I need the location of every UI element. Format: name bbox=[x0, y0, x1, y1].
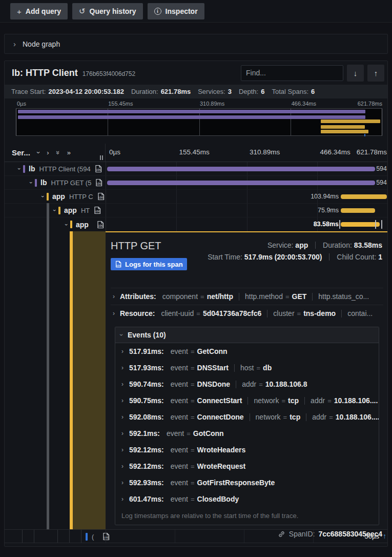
trace-minimap[interactable] bbox=[16, 108, 382, 136]
attributes-label: Attributes: bbox=[120, 292, 156, 301]
events-accordion-header[interactable]: › Events (10) bbox=[115, 327, 379, 343]
svg-text:LOG: LOG bbox=[97, 183, 102, 185]
service-column-label: Ser... bbox=[12, 148, 30, 157]
next-result-button[interactable]: ↓ bbox=[347, 65, 364, 82]
span-duration-label: 75.9ms bbox=[318, 207, 339, 214]
event-row[interactable]: › 592.12ms: event=WroteRequest bbox=[115, 458, 379, 474]
chevron-right-icon: › bbox=[121, 348, 123, 354]
svg-text:LOG: LOG bbox=[116, 264, 121, 267]
event-row[interactable]: › 592.93ms: event=GotFirstResponseByte bbox=[115, 474, 379, 491]
double-chevron-down-icon[interactable]: » bbox=[56, 149, 60, 156]
svg-text:LOG: LOG bbox=[98, 225, 103, 227]
operation-name: HTTP GET (5 bbox=[51, 179, 91, 187]
svg-text:LOG: LOG bbox=[98, 196, 104, 199]
stat-value: 621.78ms bbox=[161, 88, 191, 95]
stat-label: Total Spans: bbox=[272, 88, 308, 95]
span-duration-bar[interactable] bbox=[341, 194, 386, 199]
node-graph-label: Node graph bbox=[23, 40, 60, 48]
trace-stats-bar: Trace Start:2023-04-12 20:00:53.182 Dura… bbox=[5, 85, 387, 98]
chevron-down-icon[interactable]: › bbox=[37, 149, 39, 156]
span-duration-bar[interactable] bbox=[341, 222, 380, 227]
timeline-column-header: 0µs 155.45ms 310.89ms 466.34ms 621.78ms bbox=[106, 144, 387, 162]
span-logs-icon[interactable]: LOG bbox=[96, 221, 105, 229]
stat-value: 2023-04-12 20:00:53.182 bbox=[48, 88, 123, 95]
event-time: 601.47ms: bbox=[129, 495, 164, 503]
chevron-right-icon: › bbox=[13, 40, 16, 48]
span-row-db[interactable]: ( LOG 56µs ↑ bbox=[5, 529, 387, 543]
event-row[interactable]: › 590.74ms: event=DNSDone addr=10.188.10… bbox=[115, 376, 379, 392]
event-row[interactable]: › 517.93ms: event=DNSStart host=db bbox=[115, 360, 379, 376]
span-duration-label: 594 bbox=[376, 179, 387, 186]
prev-result-button[interactable]: ↑ bbox=[367, 65, 384, 82]
tree-indent-guide bbox=[47, 203, 49, 529]
chevron-right-icon: › bbox=[121, 430, 123, 436]
event-row[interactable]: › 517.91ms: event=GetConn bbox=[115, 343, 379, 360]
span-duration-bar[interactable] bbox=[107, 167, 375, 171]
span-timeline-cell[interactable]: 75.9ms bbox=[106, 204, 387, 217]
chevron-down-icon[interactable]: › bbox=[39, 193, 47, 200]
stat-label: Services: bbox=[198, 88, 225, 95]
operation-name: HTTP C bbox=[69, 193, 93, 201]
span-row-app-http-client[interactable]: › app HTTP C LOG 103.94ms bbox=[5, 190, 387, 204]
find-input[interactable] bbox=[241, 65, 343, 81]
span-duration-label: 103.94ms bbox=[311, 193, 339, 200]
chevron-down-icon: › bbox=[120, 332, 122, 338]
inspector-button[interactable]: i Inspector bbox=[148, 3, 204, 19]
column-resize-handle[interactable] bbox=[100, 155, 103, 160]
child-count-label: Child Count: bbox=[337, 253, 376, 261]
attributes-accordion[interactable]: › Attributes: component=net/http http.me… bbox=[111, 288, 383, 305]
query-history-button[interactable]: ↺ Query history bbox=[72, 3, 143, 19]
span-row-lb-http-get[interactable]: › lb HTTP GET (5 LOG 594 bbox=[5, 176, 387, 190]
double-chevron-right-icon[interactable]: » bbox=[67, 149, 71, 156]
span-logs-icon[interactable]: LOG bbox=[94, 165, 102, 173]
event-time: 517.93ms: bbox=[129, 364, 164, 372]
chevron-down-icon[interactable]: › bbox=[16, 166, 23, 172]
tick-label: 0µs bbox=[17, 101, 26, 107]
node-graph-section[interactable]: › Node graph bbox=[4, 34, 388, 54]
service-name: app bbox=[76, 221, 89, 229]
chevron-right-icon[interactable]: › bbox=[47, 149, 49, 156]
span-timeline-cell[interactable]: 83.58ms bbox=[106, 217, 387, 231]
span-duration-bar[interactable] bbox=[341, 208, 375, 213]
scroll-to-span-arrow[interactable]: ↑ bbox=[383, 532, 386, 540]
stat-value: 6 bbox=[311, 88, 315, 95]
chevron-down-icon[interactable]: › bbox=[63, 222, 70, 228]
add-query-button[interactable]: + Add query bbox=[10, 3, 68, 19]
tick-label: 466.34ms bbox=[292, 101, 316, 107]
chevron-down-icon[interactable]: › bbox=[28, 180, 35, 186]
span-timeline-cell[interactable]: 594 bbox=[106, 162, 387, 175]
event-row[interactable]: › 601.47ms: event=ClosedBody bbox=[115, 491, 379, 507]
svg-text:LOG: LOG bbox=[104, 536, 109, 539]
chevron-right-icon: › bbox=[121, 447, 123, 453]
chevron-right-icon: › bbox=[113, 310, 115, 316]
span-row-lb-http-client[interactable]: › lb HTTP Client (594 LOG 594 bbox=[5, 162, 387, 176]
event-row[interactable]: › 592.12ms: event=WroteHeaders bbox=[115, 442, 379, 458]
event-row[interactable]: › 590.75ms: event=ConnectStart network=t… bbox=[115, 392, 379, 409]
span-row-app-http-get-parent[interactable]: › app HT LOG 75.9ms bbox=[5, 204, 387, 217]
stat-label: Trace Start: bbox=[11, 88, 46, 95]
event-time: 592.93ms: bbox=[129, 479, 164, 487]
stat-label: Depth: bbox=[239, 88, 258, 95]
span-logs-icon[interactable]: LOG bbox=[102, 532, 110, 541]
stat-value: 6 bbox=[261, 88, 264, 95]
span-meta: Service: app Duration: 83.58ms Start Tim… bbox=[208, 240, 382, 263]
span-logs-icon[interactable]: LOG bbox=[97, 192, 105, 201]
event-time: 592.12ms: bbox=[129, 446, 164, 454]
span-logs-icon[interactable]: LOG bbox=[93, 206, 101, 214]
chevron-down-icon[interactable]: › bbox=[51, 207, 58, 213]
event-row[interactable]: › 592.08ms: event=ConnectDone network=tc… bbox=[115, 409, 379, 425]
trace-header: lb: HTTP Client 176b653f4006d752 ↓ ↑ bbox=[5, 61, 387, 85]
span-logs-icon[interactable]: LOG bbox=[95, 178, 103, 187]
service-column-header[interactable]: Ser... › › » » bbox=[5, 144, 106, 162]
tick-label: 310.89ms bbox=[200, 101, 224, 107]
span-duration-bar[interactable] bbox=[107, 181, 375, 185]
span-row-app-http-get-selected[interactable]: › app LOG 83.58ms bbox=[5, 217, 387, 231]
event-time: 592.08ms: bbox=[129, 413, 164, 421]
logs-for-span-button[interactable]: LOG Logs for this span bbox=[111, 258, 187, 270]
span-timeline-cell[interactable]: 103.94ms bbox=[106, 190, 387, 203]
resource-accordion[interactable]: › Resource: client-uuid=5d041736a78cfc6 … bbox=[111, 305, 383, 322]
span-rows: › lb HTTP Client (594 LOG 594 › lb HTTP … bbox=[5, 162, 387, 543]
span-timeline-cell[interactable]: 594 bbox=[106, 176, 387, 189]
arrow-down-icon: ↓ bbox=[354, 69, 358, 77]
event-row[interactable]: › 592.1ms: event=GotConn bbox=[115, 425, 379, 442]
